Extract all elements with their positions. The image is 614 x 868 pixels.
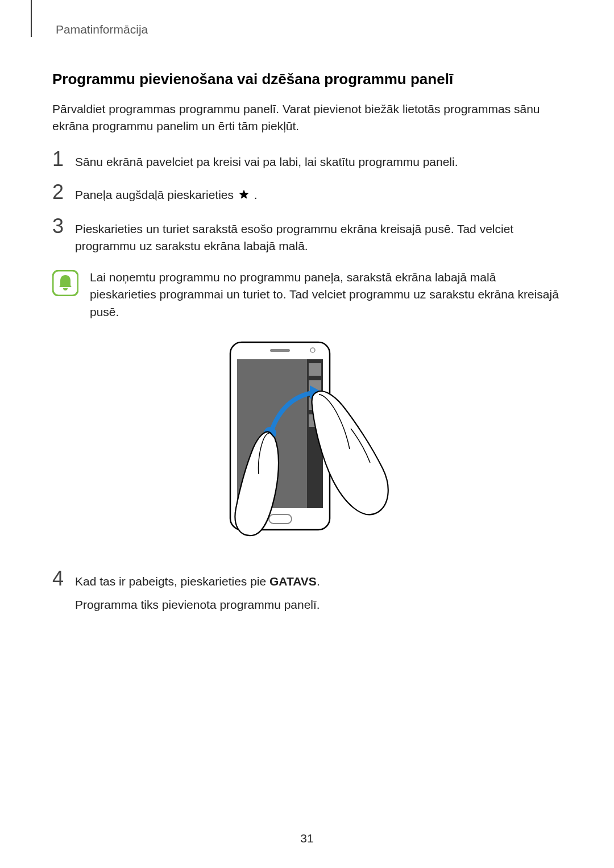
section-intro: Pārvaldiet programmas programmu panelī. …: [52, 101, 562, 135]
step-4-line1-pre: Kad tas ir pabeigts, pieskarieties pie: [75, 575, 269, 588]
step-4-line1-bold: GATAVS: [269, 575, 317, 588]
step-number: 1: [52, 149, 75, 169]
illustration-wrap: [52, 338, 562, 542]
note-text: Lai noņemtu programmu no programmu paneļ…: [90, 269, 562, 321]
step-1-text: Sānu ekrānā pavelciet pa kreisi vai pa l…: [75, 151, 458, 171]
note-block: Lai noņemtu programmu no programmu paneļ…: [52, 269, 562, 321]
step-3-text: Pieskarieties un turiet sarakstā esošo p…: [75, 218, 562, 255]
section-title: Programmu pievienošana vai dzēšana progr…: [52, 70, 562, 88]
step-number: 2: [52, 182, 75, 202]
star-icon: [238, 188, 250, 205]
step-4: 4 Kad tas ir pabeigts, pieskarieties pie…: [52, 571, 562, 613]
step-2-text: Paneļa augšdaļā pieskarieties .: [75, 184, 258, 205]
step-4-line1-post: .: [317, 575, 320, 588]
step-2: 2 Paneļa augšdaļā pieskarieties .: [52, 184, 562, 205]
svg-rect-6: [309, 363, 321, 376]
step-2-pre: Paneļa augšdaļā pieskarieties: [75, 188, 237, 201]
page-content: Pamatinformācija Programmu pievienošana …: [0, 0, 614, 613]
bell-note-icon: [52, 270, 78, 296]
step-1: 1 Sānu ekrānā pavelciet pa kreisi vai pa…: [52, 151, 562, 171]
step-4-line2: Programma tiks pievienota programmu pane…: [75, 596, 320, 613]
svg-rect-2: [270, 349, 290, 352]
page-number: 31: [0, 832, 614, 845]
step-4-text: Kad tas ir pabeigts, pieskarieties pie G…: [75, 571, 320, 613]
step-number: 3: [52, 216, 75, 236]
step-2-post: .: [254, 188, 258, 201]
step-number: 4: [52, 568, 75, 589]
step-3: 3 Pieskarieties un turiet sarakstā esošo…: [52, 218, 562, 255]
phone-drag-illustration: [219, 338, 395, 542]
header-label: Pamatinformācija: [56, 23, 562, 36]
header-rule: [31, 0, 32, 37]
